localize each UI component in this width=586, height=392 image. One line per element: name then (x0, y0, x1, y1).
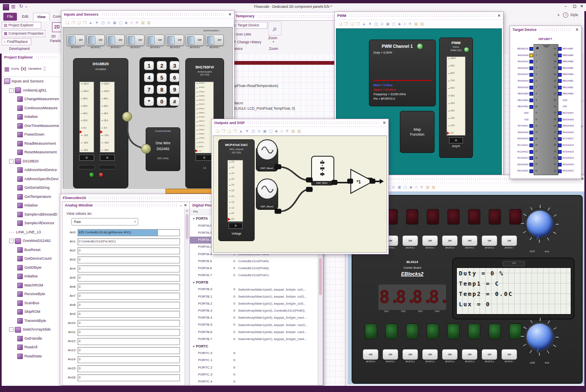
panel-tool-icon[interactable]: ⊙ (380, 22, 384, 26)
switch-state[interactable]: Off (442, 235, 458, 246)
target-device-titlebar[interactable]: Target Device ✕ (510, 26, 581, 33)
chip-pin[interactable]: 33 RB0/ANB0 (553, 91, 580, 97)
tree-item[interactable]: − GetHandle (2, 334, 61, 343)
pwm-window-titlebar[interactable]: PWM ✕ (335, 12, 503, 19)
tree-item[interactable]: − AddressSpecificDevi (2, 175, 61, 184)
tree-item[interactable]: − GetSerialString (2, 183, 61, 192)
find-replace-button[interactable]: ⌕Find/Replace (2, 38, 31, 45)
digital-pin-row[interactable]: PORTC.3 0 (190, 371, 323, 378)
digital-pin-row[interactable]: PORTC (190, 343, 323, 350)
chip-pin[interactable]: RA1/ANA1 3 (511, 59, 539, 65)
panel-tool-icon[interactable]: ▼ (245, 129, 249, 133)
analog-value-field[interactable]: 0 (78, 265, 180, 272)
tree-item[interactable]: − Initialise (2, 272, 61, 281)
pwm-channel-panel[interactable]: PWM Channel 1 Duty = 0.00% Mark = 0.00us… (369, 40, 436, 106)
slider-marker[interactable] (195, 149, 198, 153)
tree-item[interactable]: − AddressNextDevice (2, 166, 61, 175)
panel-tool-icon[interactable]: ❏ (350, 22, 354, 26)
panel-tool-icon[interactable]: ◫ (101, 21, 105, 25)
chip-pin[interactable]: RA3/ANA3 5 (511, 71, 539, 78)
chip-pin[interactable]: 22 RD3/AND3 (553, 162, 580, 168)
analog-value-field[interactable]: 825 ComboBL0114(LightSensor ADC) (78, 229, 180, 236)
switch-state[interactable]: Off (422, 235, 438, 246)
chip-pin[interactable]: RD1/AND1 20 (511, 168, 539, 174)
chip-pin[interactable]: RC2/ANC2 17 (511, 149, 539, 155)
toggle-switch[interactable]: Off $PORTA.7 (502, 235, 517, 249)
dock-icon[interactable]: ▪ (180, 204, 181, 207)
panel-tool-icon[interactable]: ▤ (141, 21, 145, 25)
panel-tool-icon[interactable]: ✛ (286, 129, 289, 133)
digital-pin-row[interactable]: PORTA.6 0 ComboBL0114(PinA6) (190, 265, 323, 272)
analog-value-field[interactable]: 0 (78, 329, 180, 336)
toggle-switch[interactable]: Off $PORTD.3 (423, 349, 437, 363)
tree-item[interactable]: − MatchROM (2, 281, 61, 290)
panel-tool-icon[interactable]: ▲ (89, 21, 92, 25)
panel-tool-icon[interactable]: ❏ (216, 129, 219, 133)
panel-tool-icon[interactable]: ⊙ (107, 21, 111, 25)
pwm-duty-slider[interactable]: 100.090.080.070.060.050.040.030.020.010.… (447, 56, 465, 136)
variables-label[interactable]: Variables (28, 67, 42, 70)
tree-item[interactable]: − ResetMeasurement (2, 148, 61, 157)
chip-pin[interactable]: RC0/ANC0 15 (511, 136, 539, 142)
tree-item[interactable]: − ReadState (2, 352, 61, 361)
panel-tool-icon[interactable]: ❐ (233, 129, 236, 133)
panel-tool-icon[interactable]: ❐ (83, 21, 86, 25)
toggle-switch[interactable]: Off $PORTA.3 (423, 235, 437, 249)
analog-value-field[interactable]: 0 (78, 311, 180, 318)
toggle-switch[interactable]: Off $PORTD.0 (363, 349, 378, 363)
panel-tool-icon[interactable]: ▢ (269, 129, 273, 133)
panel-tool-icon[interactable]: ❏ (227, 129, 231, 133)
switch-state[interactable]: Off (383, 349, 398, 360)
panel-tool-icon[interactable]: ❏ (339, 22, 342, 26)
component-properties-button[interactable]: ▦Component Properties (2, 30, 45, 37)
analog-value-field[interactable]: 0 (78, 338, 180, 345)
chip-pin[interactable]: 36 RB3/ANB3 (553, 71, 580, 78)
chip-pin[interactable]: 34 RB1/ANB1 (553, 85, 580, 91)
minimize-button[interactable]: – (565, 5, 567, 8)
panel-tool-icon[interactable]: ◇ (280, 129, 283, 133)
project-explorer-header[interactable]: Project Explorer (2, 54, 61, 61)
tree-item[interactable]: − GetIDByte (2, 263, 61, 272)
chip-pin[interactable]: 28 RD5/AND5 (553, 123, 580, 129)
digital-pin-row[interactable]: PORTB.5 0 SwitchArraySlider1(pin5), keyp… (190, 322, 323, 329)
panel-tool-icon[interactable]: ▥ (420, 22, 424, 26)
panel-tool-icon[interactable]: ▣ (113, 21, 116, 25)
chip-pin[interactable]: 40 RB7/ANB7 (553, 46, 580, 52)
chip-pin[interactable]: 24 RC5/ANC5 (553, 149, 580, 155)
wire-node-icon[interactable] (141, 144, 151, 154)
panel-tool-icon[interactable]: ❏ (66, 21, 69, 25)
tree-item[interactable]: − ReceiveByte (2, 290, 61, 299)
tree-expander-icon[interactable]: − (9, 327, 14, 332)
digital-pin-row[interactable]: PORTB.0 0 SwitchArraySlider1(pin0), keyp… (190, 286, 323, 293)
analog-value-field[interactable]: 0 (78, 347, 180, 354)
analog-scrollbar[interactable]: ▲ (184, 209, 189, 385)
chip-pin[interactable]: 23 RC4/ANC4 (553, 155, 580, 162)
switch-state[interactable]: Off (462, 349, 477, 360)
panel-tool-icon[interactable]: ✛ (420, 185, 423, 189)
switch-state[interactable]: Off (363, 349, 378, 360)
analog-value-field[interactable]: 0 ComboBL0114(Pot ADC) (78, 238, 180, 245)
tree-item[interactable]: − LINK_LINE_13 (2, 228, 61, 237)
variables-icon[interactable]: {x} (21, 67, 26, 71)
chip-pin[interactable]: 25 RC6/ANC6 (553, 142, 580, 149)
tree-item[interactable]: − AmbientLight1 (2, 86, 61, 95)
analog-value-field[interactable]: 0 (78, 247, 180, 254)
digital-pin-row[interactable]: PORTC.4 0 (190, 378, 323, 385)
toggle-switch[interactable]: Off $PORTD.5 (462, 349, 477, 363)
digital-pin-row[interactable]: PORTC.1 0 (190, 357, 323, 364)
close-icon[interactable]: ✕ (184, 204, 187, 207)
digital-pin-row[interactable]: PORTC.2 0 (190, 364, 323, 371)
toggle-switch[interactable]: Off $PORTA.6 (482, 235, 497, 249)
panel-tool-icon[interactable]: ◫ (251, 129, 255, 133)
panel-tool-icon[interactable]: ▣ (386, 22, 390, 26)
digital-pin-row[interactable]: PORTA.7 0 ComboBL0114(PinA7) (190, 272, 323, 279)
pot-knob[interactable] (521, 205, 559, 243)
analog-value-field[interactable]: 0 (78, 302, 180, 309)
outputs-window-titlebar[interactable]: Outputs and DSP ✕ (212, 119, 388, 127)
digital-pin-row[interactable]: PORTB.3 0 SwitchArraySlider1(pin3), Comb… (190, 307, 323, 314)
digital-pin-row[interactable]: PORTB.2 0 SwitchArraySlider1(pin2), keyp… (190, 300, 323, 307)
digital-pin-row[interactable]: PORTB.7 0 SwitchArraySlider1(pin7), keyp… (190, 336, 323, 343)
tab-file[interactable]: File (3, 13, 17, 21)
close-icon[interactable]: ✕ (228, 13, 232, 16)
macros-icon[interactable]: ⌷ (43, 66, 46, 71)
